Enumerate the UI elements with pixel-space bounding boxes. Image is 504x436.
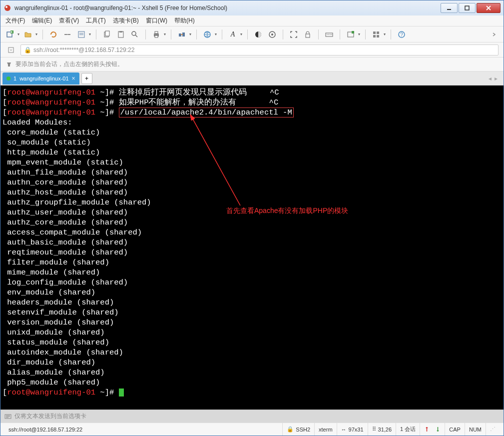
terminal-output: authn_core_module (shared) (2, 178, 502, 188)
dropdown-icon[interactable]: ▾ (17, 32, 19, 36)
address-input[interactable]: 🔒 ssh://root:********@192.168.57.129:22 (20, 44, 499, 56)
terminal-output: autoindex_module (shared) (2, 348, 502, 358)
tab-next-icon[interactable]: ▸ (495, 75, 498, 82)
lock-icon[interactable] (302, 29, 313, 40)
terminal-prompt: [root@wangruifeng-01 ~]# (2, 388, 502, 398)
terminal-output: reqtimeout_module (shared) (2, 248, 502, 258)
reconnect-icon[interactable] (48, 29, 59, 40)
status-termtype: xterm (314, 423, 337, 436)
addressbar: 🔒 ssh://root:********@192.168.57.129:22 (0, 42, 504, 58)
copy-icon[interactable] (101, 29, 112, 40)
globe-icon[interactable] (202, 29, 213, 40)
add-tab-button[interactable]: + (81, 73, 92, 84)
print-icon[interactable] (151, 29, 162, 40)
upload-icon: 🠕 (424, 426, 430, 432)
resize-grip-icon[interactable]: ⋰ (486, 423, 500, 436)
terminal-output: filter_module (shared) (2, 258, 502, 268)
menu-help[interactable]: 帮助(H) (174, 16, 195, 25)
svg-point-28 (328, 34, 329, 35)
svg-rect-10 (79, 34, 83, 35)
dropdown-icon[interactable] (5, 44, 16, 56)
color-scheme-icon[interactable] (253, 29, 264, 40)
paste-icon[interactable] (115, 29, 126, 40)
terminal[interactable]: [root@wangruifeng-01 ~]# 注释掉后打开网页发现只显示源代… (0, 86, 504, 410)
dropdown-icon[interactable]: ▾ (384, 32, 386, 36)
dropdown-icon[interactable]: ▾ (164, 32, 166, 36)
svg-point-30 (331, 34, 332, 35)
open-folder-icon[interactable] (22, 29, 33, 40)
terminal-output: log_config_module (shared) (2, 278, 502, 288)
status-connection: ssh://root@192.168.57.129:22 (4, 423, 282, 436)
fullscreen-icon[interactable] (288, 29, 299, 40)
minimize-button[interactable] (441, 3, 458, 13)
terminal-output: so_module (static) (2, 138, 502, 148)
dropdown-icon[interactable]: ▾ (240, 32, 242, 36)
transfer-icon[interactable] (176, 29, 187, 40)
address-url: ssh://root:********@192.168.57.129:22 (33, 46, 134, 54)
lock-icon: 🔒 (24, 46, 31, 54)
hintbar: 要添加当前会话，点击左侧的箭头按钮。 (0, 58, 504, 72)
terminal-output: authz_core_module (shared) (2, 218, 502, 228)
tab-prev-icon[interactable]: ◂ (489, 75, 492, 82)
svg-point-7 (67, 34, 68, 35)
window-controls (441, 3, 501, 13)
dropdown-icon[interactable]: ▾ (215, 32, 217, 36)
find-icon[interactable] (129, 29, 140, 40)
svg-point-0 (4, 5, 10, 11)
terminal-output: authz_host_module (shared) (2, 188, 502, 198)
help-icon[interactable]: ? (396, 29, 407, 40)
input-placeholder: 仅将文本发送到当前选项卡 (14, 412, 86, 420)
dropdown-icon[interactable]: ▾ (35, 32, 37, 36)
terminal-output: status_module (shared) (2, 338, 502, 348)
tab-nav: ◂ ▸ (489, 75, 502, 82)
close-button[interactable] (477, 3, 501, 13)
tile-icon[interactable] (371, 29, 382, 40)
disconnect-icon[interactable] (62, 29, 73, 40)
terminal-output: access_compat_module (shared) (2, 228, 502, 238)
titlebar[interactable]: wangruifenglinux-01 - root@wangruifeng-0… (0, 0, 504, 16)
terminal-output: setenvif_module (shared) (2, 308, 502, 318)
keyboard-icon[interactable] (324, 29, 335, 40)
terminal-output: dir_module (shared) (2, 358, 502, 368)
theme-icon[interactable] (267, 29, 278, 40)
tabbar: 1 wangruifenglinux-01 × + ◂ ▸ (0, 72, 504, 86)
dropdown-icon[interactable]: ▾ (89, 32, 91, 36)
font-icon[interactable]: A (227, 29, 238, 40)
arrow-right-icon[interactable] (489, 29, 500, 40)
new-session-icon[interactable] (4, 29, 15, 40)
status-proto: 🔒SSH2 (282, 423, 314, 436)
resize-icon: ↔ (341, 426, 347, 432)
menu-window[interactable]: 窗口(W) (146, 16, 167, 25)
menu-tabs[interactable]: 选项卡(B) (113, 16, 139, 25)
command-input-bar[interactable]: 仅将文本发送到当前选项卡 (0, 410, 504, 422)
tab-close-icon[interactable]: × (72, 75, 75, 82)
new-window-icon[interactable] (345, 29, 356, 40)
svg-rect-17 (155, 32, 158, 34)
dropdown-icon[interactable]: ▾ (358, 32, 360, 36)
hint-text: 要添加当前会话，点击左侧的箭头按钮。 (15, 60, 123, 68)
session-tab[interactable]: 1 wangruifenglinux-01 × (2, 72, 79, 84)
svg-rect-35 (373, 35, 376, 38)
properties-icon[interactable] (76, 29, 87, 40)
tab-index: 1 (13, 76, 16, 82)
menu-view[interactable]: 查看(V) (59, 16, 79, 25)
svg-rect-2 (447, 9, 451, 10)
svg-rect-25 (306, 34, 310, 38)
menu-file[interactable]: 文件(F) (5, 16, 25, 25)
dropdown-icon[interactable]: ▾ (189, 32, 191, 36)
terminal-output: core_module (static) (2, 128, 502, 138)
maximize-button[interactable] (459, 3, 476, 13)
send-icon (4, 413, 11, 420)
svg-point-27 (327, 34, 328, 35)
pin-icon[interactable] (5, 61, 12, 68)
svg-text:?: ? (400, 32, 403, 38)
download-icon: 🠗 (435, 426, 441, 432)
terminal-line: [root@wangruifeng-01 ~]# 如果PHP不能解析，解决的办法… (2, 98, 502, 108)
terminal-line: [root@wangruifeng-01 ~]# /usr/local/apac… (2, 108, 502, 118)
terminal-output: authn_file_module (shared) (2, 168, 502, 178)
menu-edit[interactable]: 编辑(E) (32, 16, 52, 25)
menu-tools[interactable]: 工具(T) (86, 16, 105, 25)
terminal-output: mpm_event_module (static) (2, 158, 502, 168)
status-cursor: ⠿31,26 (368, 423, 396, 436)
statusbar: ssh://root@192.168.57.129:22 🔒SSH2 xterm… (0, 422, 504, 436)
